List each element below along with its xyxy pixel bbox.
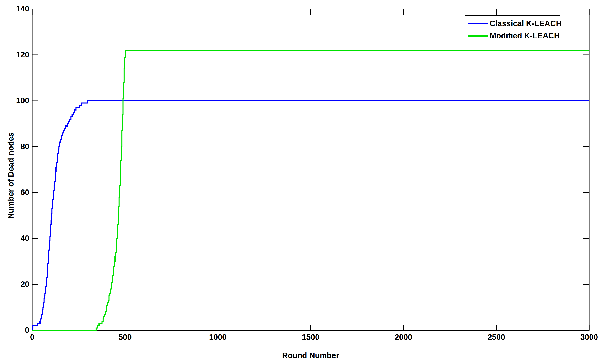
x-tick-label: 1500 bbox=[302, 333, 320, 342]
plot-border bbox=[32, 9, 589, 330]
x-tick-label: 0 bbox=[30, 333, 34, 342]
legend-entry-classical-k-leach: Classical K-LEACH bbox=[465, 19, 560, 28]
legend-label: Modified K-LEACH bbox=[490, 31, 560, 40]
legend-line-sample-green bbox=[469, 35, 488, 37]
x-tick-label: 500 bbox=[118, 333, 131, 342]
x-axis-label: Round Number bbox=[282, 351, 339, 360]
legend-label: Classical K-LEACH bbox=[490, 19, 561, 28]
legend-entry-modified-k-leach: Modified K-LEACH bbox=[465, 31, 560, 40]
y-tick-label: 20 bbox=[20, 280, 29, 289]
x-tick-label: 1000 bbox=[209, 333, 227, 342]
figure: { "figure": { "background": "#ffffff", "… bbox=[0, 0, 601, 364]
series-line-modified-k-leach bbox=[32, 50, 589, 330]
series-line-classical-k-leach bbox=[32, 101, 589, 330]
y-tick-label: 80 bbox=[20, 142, 29, 151]
x-tick-label: 2500 bbox=[488, 333, 505, 342]
y-tick-label: 60 bbox=[20, 188, 29, 197]
x-tick-label: 3000 bbox=[581, 333, 598, 342]
y-axis-label: Number of Dead nodes bbox=[6, 132, 15, 219]
y-tick-label: 140 bbox=[16, 4, 29, 13]
x-tick-label: 2000 bbox=[395, 333, 412, 342]
y-tick-label: 100 bbox=[16, 96, 29, 105]
y-tick-label: 120 bbox=[16, 50, 29, 59]
legend: Classical K-LEACH Modified K-LEACH bbox=[464, 15, 560, 44]
y-tick-label: 0 bbox=[25, 326, 29, 335]
legend-line-sample-blue bbox=[469, 23, 488, 24]
y-tick-label: 40 bbox=[20, 234, 29, 243]
plot-area bbox=[0, 0, 601, 364]
